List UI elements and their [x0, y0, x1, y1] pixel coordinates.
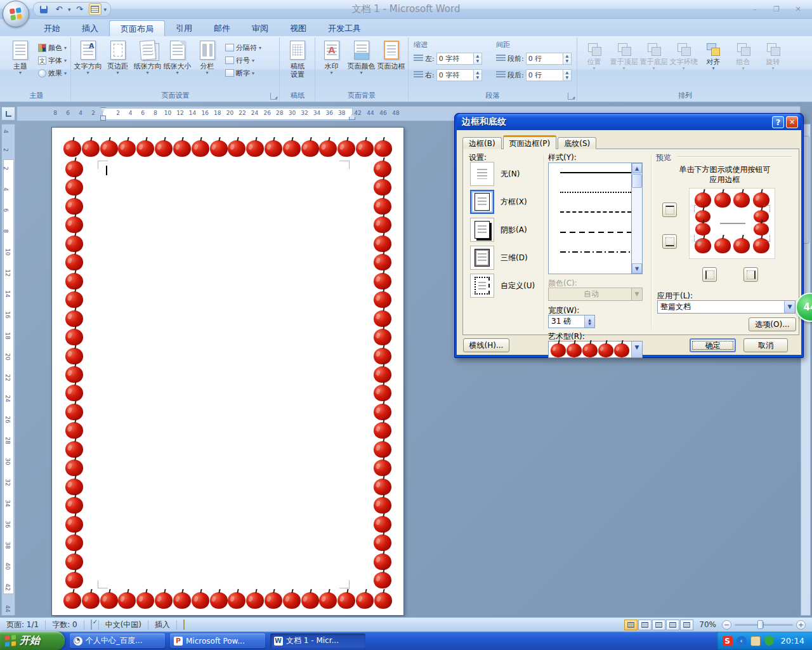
web-layout-view-button[interactable]: [652, 620, 665, 630]
button-对齐[interactable]: 对齐▾: [698, 37, 728, 88]
style-option-dash-large[interactable]: [549, 222, 642, 242]
style-option-dotted[interactable]: [549, 183, 642, 202]
spinner-icons[interactable]: ▲▼: [563, 53, 571, 64]
button-页边距[interactable]: 页边距▾: [103, 37, 133, 88]
zoom-in-button[interactable]: +: [796, 620, 806, 630]
ok-button[interactable]: 确定: [690, 338, 736, 352]
cancel-button[interactable]: 取消: [743, 338, 788, 352]
button-纸张大小[interactable]: 纸张大小▾: [162, 37, 192, 88]
style-option-dash-dot[interactable]: [549, 242, 642, 262]
word-count[interactable]: 字数: 0: [46, 620, 84, 630]
apply-to-combo[interactable]: 整篇文档 ▼: [657, 300, 796, 314]
dialog-tab-边框(B)[interactable]: 边框(B): [462, 137, 502, 149]
art-dropdown-icon[interactable]: ▼: [631, 342, 642, 357]
themes-button[interactable]: 主题 ▾: [4, 37, 37, 88]
scroll-down-icon[interactable]: ▼: [632, 263, 642, 274]
setting-none[interactable]: 无(N): [470, 162, 520, 186]
setting-button-threed[interactable]: [470, 246, 494, 270]
dialog-title-bar[interactable]: 边框和底纹 ? ✕: [457, 114, 801, 130]
button-分栏[interactable]: 分栏▾: [192, 37, 222, 88]
horizontal-line-button[interactable]: 横线(H)...: [463, 338, 509, 352]
button-文字方向[interactable]: 文字方向▾: [73, 37, 103, 88]
setting-button-shadow[interactable]: [470, 218, 494, 242]
macro-record-button[interactable]: [177, 620, 191, 629]
right-border-toggle-button[interactable]: [743, 267, 758, 282]
zoom-out-button[interactable]: −: [722, 620, 731, 630]
button-页面颜色[interactable]: 页面颜色▾: [346, 37, 376, 88]
draft-view-button[interactable]: [680, 620, 693, 630]
tab-邮件[interactable]: 邮件: [203, 20, 241, 36]
setting-threed[interactable]: 三维(D): [470, 246, 528, 270]
clipboard-tray-icon[interactable]: [750, 636, 761, 646]
setting-shadow[interactable]: 阴影(A): [470, 218, 527, 242]
width-spinner[interactable]: 31 磅 ▲▼: [548, 315, 595, 328]
minimize-button[interactable]: –: [747, 4, 763, 15]
maximize-button[interactable]: ❐: [769, 4, 784, 15]
input-左:[interactable]: 0 字符▲▼: [436, 53, 482, 65]
close-button[interactable]: ✕: [790, 4, 806, 15]
tab-开始[interactable]: 开始: [33, 20, 71, 36]
tab-视图[interactable]: 视图: [279, 20, 317, 36]
style-scroll-thumb[interactable]: [632, 174, 642, 188]
bottom-border-toggle-button[interactable]: [662, 234, 677, 249]
task-Microsoft Pow...[interactable]: Microsoft Pow...: [170, 633, 265, 648]
start-button[interactable]: 开始: [0, 632, 65, 650]
width-spin-icons[interactable]: ▲▼: [584, 315, 594, 328]
spinner-icons[interactable]: ▲▼: [473, 53, 481, 64]
taskbar-clock[interactable]: 20:14: [781, 636, 804, 646]
button-断字[interactable]: 断字▾: [225, 67, 261, 79]
dialog-tab-底纹(S)[interactable]: 底纹(S): [558, 137, 596, 149]
spell-check-status[interactable]: [84, 620, 98, 629]
tab-引用[interactable]: 引用: [165, 20, 203, 36]
office-button[interactable]: [3, 1, 29, 27]
input-段后:[interactable]: 0 行▲▼: [526, 69, 572, 81]
print-layout-view-button[interactable]: [624, 620, 638, 630]
vertical-ruler[interactable]: 4224681012141618202224262830323436384042…: [1, 124, 15, 616]
page-indicator[interactable]: 页面: 1/1: [0, 620, 45, 630]
tab-页面布局[interactable]: 页面布局: [109, 20, 165, 36]
task-文档 1 - Micr...[interactable]: 文档 1 - Micr...: [270, 633, 365, 648]
button-效果[interactable]: 效果▾: [38, 67, 67, 79]
input-method-icon[interactable]: ‹: [737, 636, 747, 646]
top-border-toggle-button[interactable]: [662, 202, 677, 217]
setting-box[interactable]: 方框(X): [470, 190, 527, 214]
border-preview[interactable]: [689, 188, 775, 259]
security-shield-icon[interactable]: [764, 636, 775, 646]
options-button[interactable]: 选项(O)...: [749, 317, 796, 331]
button-纸张方向[interactable]: 纸张方向▾: [133, 37, 162, 88]
apply-to-dropdown-icon[interactable]: ▼: [784, 301, 795, 313]
setting-button-box[interactable]: [470, 190, 494, 214]
spinner-icons[interactable]: ▲▼: [563, 70, 571, 81]
full-screen-reading-view-button[interactable]: [638, 620, 652, 630]
zoom-slider[interactable]: [735, 624, 793, 626]
art-border-combo[interactable]: ▼: [548, 341, 643, 358]
insert-mode-indicator[interactable]: 插入: [148, 620, 176, 630]
task-个人中心_百度...[interactable]: 个人中心_百度...: [70, 633, 165, 648]
style-option-dash-small[interactable]: [549, 202, 642, 222]
input-右:[interactable]: 0 字符▲▼: [436, 69, 482, 81]
button-水印[interactable]: 水印▾: [317, 37, 346, 88]
zoom-level[interactable]: 70%: [697, 620, 719, 629]
spinner-icons[interactable]: ▲▼: [473, 70, 481, 81]
sogou-tray-icon[interactable]: S: [723, 636, 733, 646]
outline-view-button[interactable]: [666, 620, 679, 630]
input-段前:[interactable]: 0 行▲▼: [526, 53, 572, 65]
manuscript-setup-button[interactable]: 稿纸设置: [282, 37, 313, 88]
scroll-up-icon[interactable]: ▲: [632, 163, 642, 173]
style-list-scrollbar[interactable]: ▲ ▼: [631, 163, 642, 274]
button-字体[interactable]: 文字体▾: [38, 54, 67, 67]
page-setup-dialog-launcher[interactable]: [270, 93, 277, 100]
button-颜色[interactable]: 颜色▾: [38, 41, 67, 54]
left-indent-marker[interactable]: [100, 116, 106, 121]
button-页面边框[interactable]: 页面边框: [376, 37, 406, 88]
style-list[interactable]: ▲ ▼: [548, 162, 643, 274]
paragraph-dialog-launcher[interactable]: [568, 93, 575, 100]
dialog-close-button[interactable]: ✕: [786, 116, 798, 128]
tab-selector[interactable]: [1, 107, 15, 121]
document-page[interactable]: [51, 127, 404, 616]
tab-开发工具[interactable]: 开发工具: [317, 20, 372, 36]
tab-审阅[interactable]: 审阅: [241, 20, 279, 36]
button-行号[interactable]: 行号▾: [225, 54, 261, 67]
button-分隔符[interactable]: 分隔符▾: [225, 41, 261, 54]
language-indicator[interactable]: 中文(中国): [99, 620, 148, 630]
